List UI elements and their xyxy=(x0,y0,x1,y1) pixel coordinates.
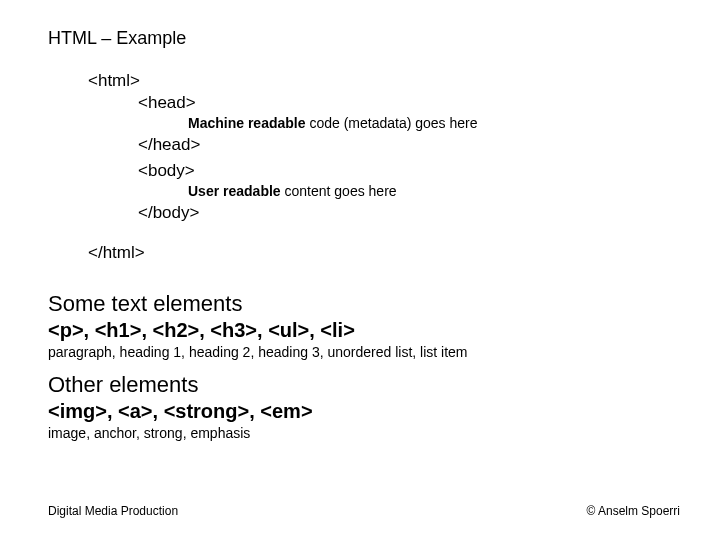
body-note: User readable content goes here xyxy=(188,183,680,199)
head-note: Machine readable code (metadata) goes he… xyxy=(188,115,680,131)
head-close-tag: </head> xyxy=(138,135,680,155)
text-elements-tags: <p>, <h1>, <h2>, <h3>, <ul>, <li> xyxy=(48,319,680,342)
html-example-code: <html> <head> Machine readable code (met… xyxy=(88,71,680,263)
other-elements-tags: <img>, <a>, <strong>, <em> xyxy=(48,400,680,423)
head-open-tag: <head> xyxy=(138,93,680,113)
other-elements-section: Other elements <img>, <a>, <strong>, <em… xyxy=(48,372,680,441)
slide-title: HTML – Example xyxy=(48,28,680,49)
other-elements-title: Other elements xyxy=(48,372,680,398)
html-close-tag: </html> xyxy=(88,243,680,263)
text-elements-section: Some text elements <p>, <h1>, <h2>, <h3>… xyxy=(48,291,680,360)
footer-left: Digital Media Production xyxy=(48,504,178,518)
body-open-tag: <body> xyxy=(138,161,680,181)
text-elements-title: Some text elements xyxy=(48,291,680,317)
html-open-tag: <html> xyxy=(88,71,680,91)
other-elements-desc: image, anchor, strong, emphasis xyxy=(48,425,680,441)
head-note-rest: code (metadata) goes here xyxy=(306,115,478,131)
head-note-bold: Machine readable xyxy=(188,115,306,131)
body-note-bold: User readable xyxy=(188,183,281,199)
text-elements-desc: paragraph, heading 1, heading 2, heading… xyxy=(48,344,680,360)
body-close-tag: </body> xyxy=(138,203,680,223)
body-note-rest: content goes here xyxy=(281,183,397,199)
footer: Digital Media Production © Anselm Spoerr… xyxy=(48,504,680,518)
footer-right: © Anselm Spoerri xyxy=(586,504,680,518)
